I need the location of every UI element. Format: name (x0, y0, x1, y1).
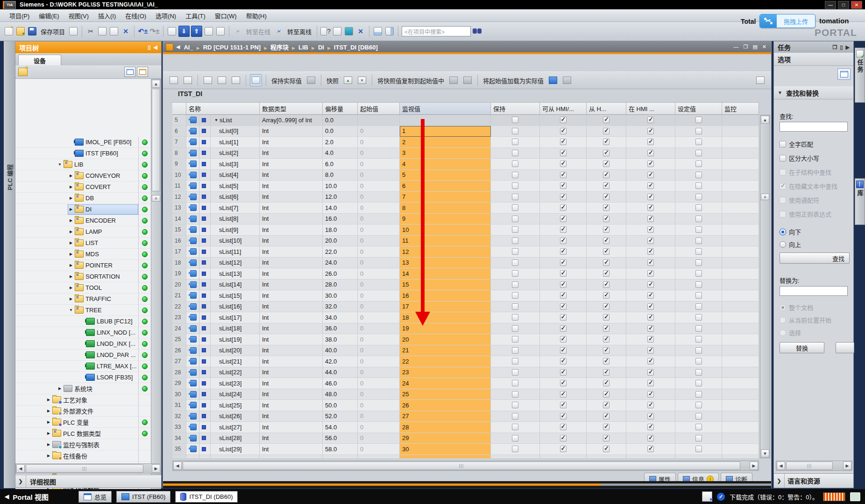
monitor-value-cell[interactable]: 28 (400, 422, 491, 433)
retain-checkbox[interactable] (512, 347, 518, 354)
hmi-accessible-checkbox[interactable] (560, 216, 567, 222)
copy-all-snapshot-to-start-icon[interactable] (461, 74, 474, 86)
hmi-visible-checkbox[interactable] (647, 248, 654, 255)
data-type-cell[interactable]: Int (260, 312, 323, 323)
start-value-cell[interactable]: 0 (358, 389, 400, 400)
name-cell[interactable]: sList[1] (211, 137, 260, 148)
name-cell[interactable]: sList[3] (211, 159, 260, 170)
window-split-v-icon[interactable] (384, 26, 395, 36)
setpoint-checkbox[interactable] (695, 182, 702, 189)
start-value-cell[interactable]: 0 (358, 378, 400, 389)
start-value-cell[interactable]: 0 (358, 126, 400, 137)
hmi-visible-checkbox[interactable] (647, 182, 654, 189)
start-value-cell[interactable]: 0 (358, 192, 400, 203)
data-type-cell[interactable]: Int (260, 367, 323, 378)
retain-checkbox[interactable] (512, 238, 518, 244)
editor-toolbar-label[interactable]: 快照 (326, 76, 339, 85)
tree-item[interactable]: ▶TRAFFIC (15, 294, 151, 305)
tree-item[interactable]: LINX_NOD [... (15, 327, 151, 338)
monitor-value-cell[interactable]: 15 (400, 280, 491, 291)
radio-icon[interactable] (780, 229, 786, 235)
tasks-horizontal-scrollbar[interactable]: ◀ ||| ▶ (776, 461, 852, 471)
hmi-writable-checkbox[interactable] (603, 292, 610, 299)
monitor-value-cell[interactable]: 25 (400, 389, 491, 400)
scroll-right-icon[interactable]: ▶ (843, 462, 851, 470)
retain-checkbox[interactable] (512, 413, 518, 420)
retain-checkbox[interactable] (512, 325, 518, 332)
tree-item[interactable]: ▶SORTATION (15, 271, 151, 282)
breadcrumb-segment[interactable]: ITST_DI [DB60] (334, 44, 378, 51)
rt-runtime-icon[interactable] (215, 26, 226, 36)
name-cell[interactable]: sList[19] (211, 334, 260, 345)
retain-checkbox[interactable] (512, 226, 518, 233)
hmi-writable-checkbox[interactable] (603, 150, 610, 156)
start-value-cell[interactable]: 0 (358, 411, 400, 422)
start-simulation-icon[interactable] (204, 26, 214, 36)
column-header[interactable]: 设定值 (675, 102, 722, 115)
setpoint-checkbox[interactable] (695, 161, 702, 167)
monitor-value-cell[interactable]: 4 (400, 159, 491, 170)
breadcrumb-segment[interactable]: DI (318, 44, 324, 51)
languages-expander-icon[interactable]: ❯ (774, 474, 785, 488)
tree-item[interactable]: ▶PLC 变量 (15, 417, 151, 428)
name-cell[interactable]: sList[20] (211, 345, 260, 357)
hmi-writable-checkbox[interactable] (603, 281, 610, 288)
collapse-panel-icon[interactable]: ◀ (154, 44, 157, 50)
tree-item[interactable]: ▶外部源文件 (15, 406, 151, 417)
tree-item[interactable]: ▶监控与强制表 (15, 439, 151, 450)
monitor-value-cell[interactable]: 26 (400, 400, 491, 411)
start-value-cell[interactable]: 0 (358, 400, 400, 411)
hmi-visible-checkbox[interactable] (647, 424, 654, 430)
download-to-device-icon[interactable]: ⇩ (178, 26, 190, 37)
name-cell[interactable]: sList[25] (211, 400, 260, 411)
data-type-cell[interactable]: Int (260, 268, 323, 280)
hmi-writable-checkbox[interactable] (603, 226, 610, 233)
data-type-cell[interactable]: Int (260, 258, 323, 269)
hmi-accessible-checkbox[interactable] (560, 303, 567, 310)
hmi-accessible-checkbox[interactable] (560, 402, 567, 408)
hmi-accessible-checkbox[interactable] (560, 182, 567, 189)
expanded-mode-icon[interactable] (754, 74, 766, 86)
hmi-accessible-checkbox[interactable] (560, 139, 567, 145)
monitor-value-cell[interactable]: 14 (400, 268, 491, 280)
start-value-cell[interactable]: 0 (358, 246, 400, 258)
start-value-cell[interactable]: 0 (358, 214, 400, 225)
name-cell[interactable]: sList[6] (211, 192, 260, 203)
data-type-cell[interactable]: Array[0..999] of Int (260, 115, 323, 126)
load-start-as-actual-icon[interactable] (547, 74, 559, 86)
retain-checkbox[interactable] (512, 435, 518, 441)
setpoint-checkbox[interactable] (695, 303, 702, 310)
retain-checkbox[interactable] (512, 292, 518, 299)
table-scroll-grip[interactable]: ≡ (761, 194, 769, 200)
hmi-accessible-checkbox[interactable] (560, 161, 567, 167)
name-cell[interactable]: sList[8] (211, 214, 260, 225)
hmi-writable-checkbox[interactable] (603, 117, 610, 123)
data-type-cell[interactable]: Int (260, 433, 323, 444)
hmi-visible-checkbox[interactable] (647, 161, 654, 167)
hmi-visible-checkbox[interactable] (647, 194, 654, 200)
breadcrumb-segment[interactable]: LIB (298, 44, 308, 51)
column-header[interactable]: 监视值 (400, 102, 491, 115)
retain-checkbox[interactable] (512, 172, 518, 178)
hmi-visible-checkbox[interactable] (647, 402, 654, 408)
retain-checkbox[interactable] (512, 424, 518, 430)
hmi-writable-checkbox[interactable] (603, 336, 610, 343)
data-type-cell[interactable]: Int (260, 137, 323, 148)
hmi-accessible-checkbox[interactable] (560, 336, 567, 343)
setpoint-checkbox[interactable] (695, 336, 702, 343)
hmi-accessible-checkbox[interactable] (560, 325, 567, 332)
minimize-button[interactable]: — (825, 1, 836, 9)
hmi-accessible-checkbox[interactable] (560, 413, 567, 420)
scroll-up-icon[interactable]: ▲ (761, 116, 769, 124)
column-header[interactable]: 可从 HMI/... (540, 102, 587, 115)
tasks-hscroll-thumb[interactable]: ||| (786, 462, 833, 470)
hmi-visible-checkbox[interactable] (647, 380, 654, 386)
monitor-value-cell[interactable]: 11 (400, 236, 491, 247)
retain-checkbox[interactable] (512, 117, 518, 123)
panel-layout-icon[interactable] (837, 69, 851, 80)
hmi-accessible-checkbox[interactable] (560, 117, 567, 123)
hmi-visible-checkbox[interactable] (647, 314, 654, 321)
hmi-writable-checkbox[interactable] (603, 194, 610, 200)
setpoint-checkbox[interactable] (695, 259, 702, 266)
start-value-cell[interactable]: 0 (358, 334, 400, 345)
